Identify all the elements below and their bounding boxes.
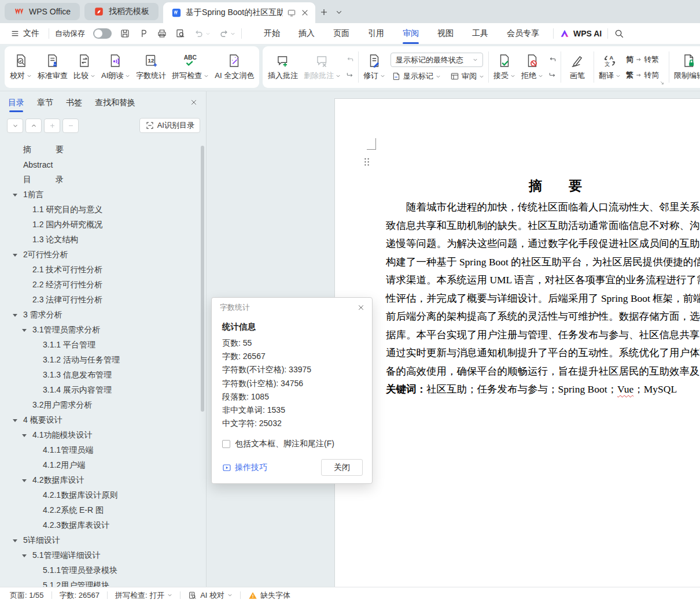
outline-item[interactable]: 目 录	[0, 172, 200, 187]
outline-item[interactable]: 4.1.2用户端	[0, 458, 200, 473]
demote-button[interactable]	[62, 119, 79, 133]
outline-item[interactable]: 1.1 研究目的与意义	[0, 202, 200, 217]
menu-tab-0[interactable]: 开始	[256, 25, 288, 42]
outline-item[interactable]: Abstract	[0, 157, 200, 172]
collapse-arrow[interactable]	[22, 554, 32, 557]
outline-item[interactable]: 2.2 经济可行性分析	[0, 278, 200, 293]
collapse-arrow[interactable]	[22, 329, 32, 332]
collapse-arrow[interactable]	[13, 539, 23, 542]
search-icon[interactable]	[614, 28, 624, 39]
print-preview-icon[interactable]	[175, 28, 186, 39]
menu-tab-7[interactable]: 会员专享	[499, 25, 547, 42]
promote-button[interactable]	[44, 119, 60, 133]
outline-item[interactable]: 3.1.4 展示内容管理	[0, 383, 200, 398]
include-footnotes-checkbox[interactable]: 包括文本框、脚注和尾注(F)	[222, 439, 362, 449]
ai-recognize-outline-button[interactable]: AI识别目录	[139, 118, 200, 133]
next-change-icon[interactable]	[548, 70, 557, 78]
review-pane-button[interactable]: 审阅	[450, 71, 484, 82]
outline-item[interactable]: 5.1.1管理员登录模块	[0, 563, 200, 578]
outline-item[interactable]: 3.1.1 平台管理	[0, 338, 200, 353]
outline-item[interactable]: 5.1管理端详细设计	[0, 548, 200, 563]
collapse-arrow[interactable]	[13, 314, 23, 317]
export-icon[interactable]	[138, 28, 149, 39]
collapse-arrow[interactable]	[13, 419, 23, 422]
close-dialog-button[interactable]: 关闭	[321, 459, 363, 476]
outline-item[interactable]: 3.1.3 信息发布管理	[0, 368, 200, 383]
monitor-icon[interactable]	[287, 8, 296, 17]
collapse-button[interactable]	[7, 119, 23, 133]
ribbon-button[interactable]: AI朗读	[98, 46, 133, 88]
tab-wps-office[interactable]: WPS Office	[5, 3, 80, 20]
status-item-0[interactable]: 页面: 1/55	[2, 590, 51, 601]
ribbon-button[interactable]: 插入批注	[265, 46, 301, 88]
prev-comment-icon[interactable]	[346, 56, 354, 64]
collapse-arrow[interactable]	[13, 254, 23, 257]
outline-item[interactable]: 1前言	[0, 187, 200, 202]
menu-tab-2[interactable]: 页面	[325, 25, 358, 42]
tips-link[interactable]: 操作技巧	[222, 463, 267, 473]
menu-tab-4[interactable]: 审阅	[395, 25, 427, 42]
outline-item[interactable]: 3.1管理员需求分析	[0, 323, 200, 338]
translate-button[interactable]: A文 翻译	[596, 46, 624, 88]
ribbon-button[interactable]: 标准审查	[35, 46, 71, 88]
sidebar-close-icon[interactable]	[190, 98, 198, 106]
outline-item[interactable]: 4.2.1数据库设计原则	[0, 488, 200, 503]
outline-item[interactable]: 3.1.2 活动与任务管理	[0, 353, 200, 368]
ribbon-button[interactable]: 删除批注	[301, 46, 344, 88]
file-menu-button[interactable]: 文件	[7, 28, 43, 39]
status-item-2[interactable]: 拼写检查: 打开	[108, 590, 180, 601]
outline-item[interactable]: 1.3 论文结构	[0, 232, 200, 247]
ribbon-button[interactable]: 12字数统计	[133, 46, 169, 88]
outline-item[interactable]: 3.2用户需求分析	[0, 398, 200, 413]
outline-item[interactable]: 4.1.1管理员端	[0, 443, 200, 458]
outline-item[interactable]: 4 概要设计	[0, 413, 200, 428]
menu-tab-6[interactable]: 工具	[464, 25, 496, 42]
outline-item[interactable]: 1.2 国内外研究概况	[0, 217, 200, 232]
save-icon[interactable]	[120, 28, 130, 39]
sidebar-scrollbar[interactable]	[201, 146, 204, 412]
to-traditional-button[interactable]: 简 转繁	[626, 54, 659, 65]
tab-list-button[interactable]	[331, 5, 347, 20]
collapse-arrow[interactable]	[13, 194, 23, 197]
ink-pen-button[interactable]: 画笔	[563, 46, 592, 88]
undo-button[interactable]	[194, 28, 211, 39]
autosave-toggle[interactable]	[93, 28, 112, 39]
prev-change-icon[interactable]	[548, 56, 557, 64]
ribbon-button[interactable]: AI 全文润色	[212, 46, 257, 88]
ribbon-button[interactable]: 校对	[7, 46, 35, 88]
redo-button[interactable]	[219, 28, 235, 39]
restrict-editing-button[interactable]: 限制编辑	[671, 46, 700, 88]
sidebar-tab-0[interactable]: 目录	[8, 98, 24, 113]
menu-tab-3[interactable]: 引用	[360, 25, 392, 42]
track-changes-button[interactable]: 修订	[360, 46, 388, 88]
dialog-close-icon[interactable]	[357, 304, 365, 312]
sidebar-tab-1[interactable]: 章节	[37, 98, 53, 113]
outline-item[interactable]: 5详细设计	[0, 533, 200, 548]
sidebar-tab-2[interactable]: 书签	[66, 98, 82, 113]
outline-item[interactable]: 4.2.2系统 E-R 图	[0, 503, 200, 518]
outline-item[interactable]: 2.3 法律可行性分析	[0, 293, 200, 308]
ribbon-button[interactable]: ABC拼写检查	[169, 46, 212, 88]
tab-docer-templates[interactable]: 找稻壳模板	[84, 3, 159, 20]
outline-item[interactable]: 4.1功能模块设计	[0, 428, 200, 443]
show-markup-button[interactable]: 显示标记	[392, 71, 441, 82]
outline-item[interactable]: 4.2数据库设计	[0, 473, 200, 488]
menu-tab-5[interactable]: 视图	[429, 25, 462, 42]
collapse-arrow[interactable]	[22, 479, 32, 482]
menu-tab-1[interactable]: 插入	[290, 25, 323, 42]
ribbon-button[interactable]: 比较	[71, 46, 98, 88]
tab-current-document[interactable]: 基于Spring Boot的社区互助	[163, 2, 315, 23]
collapse-arrow[interactable]	[22, 434, 32, 437]
markup-state-dropdown[interactable]: 显示标记的最终状态	[390, 53, 483, 67]
wps-ai-button[interactable]: WPS AI	[559, 28, 602, 39]
expand-button[interactable]	[25, 119, 42, 133]
ribbon-button[interactable]: 拒绝	[518, 46, 546, 88]
status-item-4[interactable]: 缺失字体	[241, 590, 298, 601]
outline-item[interactable]: 摘 要	[0, 142, 200, 157]
close-tab-icon[interactable]	[300, 8, 310, 17]
outline-item[interactable]: 2.1 技术可行性分析	[0, 262, 200, 278]
outline-item[interactable]: 3 需求分析	[0, 308, 200, 323]
outline-item[interactable]: 5.1.2用户管理模块	[0, 578, 200, 587]
outline-item[interactable]: 4.2.3数据库表设计	[0, 518, 200, 533]
to-simplified-button[interactable]: 繁 转简	[626, 70, 659, 80]
